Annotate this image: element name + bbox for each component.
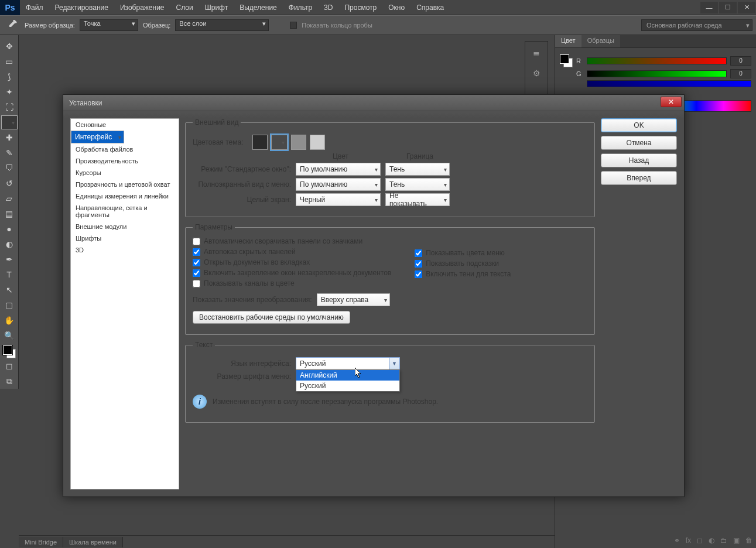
full-color-select[interactable]: Черный — [296, 193, 381, 206]
fullmenu-border-select[interactable]: Тень — [385, 178, 450, 191]
menu-filter[interactable]: Фильтр — [283, 4, 318, 12]
brush-tool[interactable]: ✎ — [2, 146, 16, 160]
lasso-tool[interactable]: ⟆ — [2, 70, 16, 84]
menu-type[interactable]: Шрифт — [199, 4, 234, 12]
ok-button[interactable]: OK — [601, 118, 677, 132]
heal-tool[interactable]: ✚ — [2, 131, 16, 145]
chk-channels[interactable]: Показывать каналы в цвете — [193, 279, 391, 287]
color-swatch[interactable] — [3, 345, 16, 358]
b-slider[interactable] — [587, 80, 751, 87]
ring-checkbox[interactable] — [290, 22, 297, 29]
menu-view[interactable]: Просмотр — [338, 4, 382, 12]
eyedropper-tool[interactable] — [1, 115, 18, 129]
gradient-tool[interactable]: ▤ — [2, 207, 16, 221]
fullmenu-color-select[interactable]: По умолчанию — [296, 178, 381, 191]
cat-guides[interactable]: Направляющие, сетка и фрагменты — [71, 202, 179, 221]
std-color-select[interactable]: По умолчанию — [296, 163, 381, 176]
menu-3d[interactable]: 3D — [318, 4, 338, 12]
trash-icon[interactable]: 🗑 — [745, 536, 752, 544]
chk-autocollapse[interactable]: Автоматически сворачивать панели со знач… — [193, 237, 391, 245]
quickmask-tool[interactable]: ◻ — [2, 359, 16, 373]
zoom-tool[interactable]: 🔍 — [2, 328, 16, 342]
menu-layers[interactable]: Слои — [170, 4, 199, 12]
tab-timeline[interactable]: Шкала времени — [63, 537, 123, 547]
dodge-tool[interactable]: ◐ — [2, 237, 16, 251]
prev-button[interactable]: Назад — [601, 153, 677, 167]
new-icon[interactable]: ▣ — [733, 536, 740, 544]
menu-edit[interactable]: Редактирование — [49, 4, 114, 12]
cat-cursors[interactable]: Курсоры — [71, 167, 179, 179]
restore-workspaces-button[interactable]: Восстановить рабочие среды по умолчанию — [193, 311, 350, 324]
theme-2[interactable] — [271, 135, 288, 150]
next-button[interactable]: Вперед — [601, 171, 677, 185]
sample-size-select[interactable]: Точка — [80, 19, 138, 31]
language-select[interactable]: Русский ▼ Английский Русский — [296, 357, 400, 370]
lang-option-russian[interactable]: Русский — [296, 381, 399, 391]
menu-file[interactable]: Файл — [20, 4, 49, 12]
r-slider[interactable] — [587, 57, 727, 64]
folder-icon[interactable]: 🗀 — [720, 536, 727, 544]
menu-window[interactable]: Окно — [382, 4, 411, 12]
eraser-tool[interactable]: ▱ — [2, 191, 16, 206]
crop-tool[interactable]: ⛶ — [2, 100, 16, 114]
chk-textshadow[interactable]: Включить тени для текста — [415, 270, 511, 278]
full-border-select[interactable]: Не показывать — [385, 193, 450, 206]
history-panel-icon[interactable]: ≣ — [531, 47, 542, 59]
chk-docking[interactable]: Включить закрепление окон незакрепленных… — [193, 269, 391, 277]
cat-transparency[interactable]: Прозрачность и цветовой охват — [71, 179, 179, 190]
cat-general[interactable]: Основные — [71, 119, 179, 131]
cat-performance[interactable]: Производительность — [71, 155, 179, 167]
marquee-tool[interactable]: ▭ — [2, 54, 16, 68]
r-value[interactable]: 0 — [730, 56, 751, 66]
chk-autoshow[interactable]: Автопоказ скрытых панелей — [193, 248, 391, 256]
type-tool[interactable]: T — [2, 268, 16, 282]
close-button[interactable]: ✕ — [738, 2, 755, 13]
path-tool[interactable]: ↖ — [2, 283, 16, 297]
theme-1[interactable] — [252, 135, 268, 150]
eyedropper-icon[interactable] — [6, 18, 20, 32]
menu-help[interactable]: Справка — [411, 4, 450, 12]
screenmode-tool[interactable]: ⧉ — [2, 374, 16, 388]
adjust-icon[interactable]: ◐ — [709, 536, 714, 544]
maximize-button[interactable]: ☐ — [719, 2, 737, 13]
link-icon[interactable]: ⚭ — [674, 536, 680, 544]
fx-icon[interactable]: fx — [686, 536, 691, 544]
cancel-button[interactable]: Отмена — [601, 136, 677, 150]
stamp-tool[interactable]: ⛉ — [2, 161, 16, 175]
g-value[interactable]: 0 — [730, 69, 751, 78]
workspace-select[interactable]: Основная рабочая среда — [641, 19, 752, 31]
cat-filehandling[interactable]: Обработка файлов — [71, 143, 179, 155]
mask-icon[interactable]: ◻ — [697, 536, 703, 544]
chk-menucolors[interactable]: Показывать цвета меню — [415, 249, 511, 257]
dropdown-arrow-icon[interactable]: ▼ — [389, 358, 399, 369]
properties-panel-icon[interactable]: ⚙ — [531, 67, 542, 79]
theme-3[interactable] — [291, 135, 306, 150]
pen-tool[interactable]: ✒ — [2, 252, 16, 266]
chk-tabs[interactable]: Открыть документы во вкладках — [193, 258, 391, 266]
menu-select[interactable]: Выделение — [234, 4, 283, 12]
sample-select[interactable]: Все слои — [175, 19, 269, 31]
tab-swatches[interactable]: Образцы — [581, 35, 620, 47]
hand-tool[interactable]: ✋ — [2, 313, 16, 327]
tab-color[interactable]: Цвет — [555, 35, 581, 47]
tab-mini-bridge[interactable]: Mini Bridge — [19, 537, 63, 547]
move-tool[interactable]: ✥ — [2, 39, 16, 53]
transform-select[interactable]: Вверху справа — [317, 293, 390, 306]
color-swatch-panel[interactable] — [560, 54, 573, 67]
blur-tool[interactable]: ● — [2, 222, 16, 236]
menu-image[interactable]: Изображение — [114, 4, 170, 12]
shape-tool[interactable]: ▢ — [2, 298, 16, 312]
minimize-button[interactable]: — — [700, 2, 718, 13]
cat-3d[interactable]: 3D — [71, 244, 179, 256]
cat-units[interactable]: Единицы измерения и линейки — [71, 190, 179, 202]
dialog-titlebar[interactable]: Установки ✕ — [63, 95, 684, 111]
dialog-close-button[interactable]: ✕ — [661, 97, 682, 107]
wand-tool[interactable]: ✦ — [2, 85, 16, 99]
theme-4[interactable] — [310, 135, 325, 150]
g-slider[interactable] — [587, 70, 727, 77]
cat-interface[interactable]: Интерфейс — [71, 131, 124, 143]
cat-plugins[interactable]: Внешние модули — [71, 221, 179, 232]
std-border-select[interactable]: Тень — [385, 163, 450, 176]
history-brush-tool[interactable]: ↺ — [2, 176, 16, 190]
chk-tooltips[interactable]: Показывать подсказки — [415, 259, 511, 268]
